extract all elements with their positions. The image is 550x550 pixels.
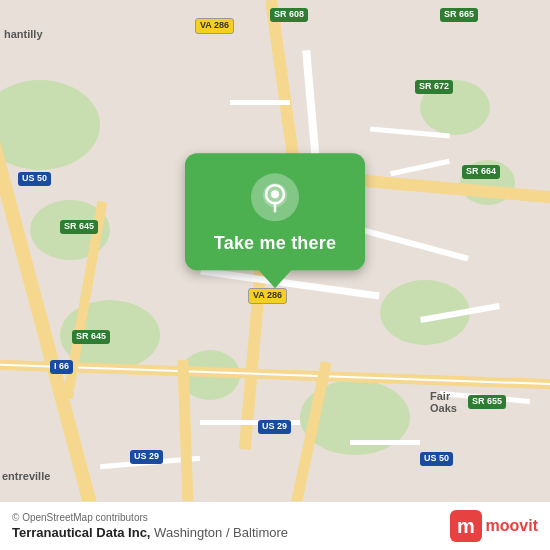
shield-sr665: SR 665 bbox=[440, 8, 478, 22]
svg-text:m: m bbox=[457, 515, 475, 537]
shield-sr672: SR 672 bbox=[415, 80, 453, 94]
location-icon-circle bbox=[251, 173, 299, 221]
region-label: Washington / Baltimore bbox=[154, 525, 288, 540]
shield-sr655: SR 655 bbox=[468, 395, 506, 409]
moovit-icon: m bbox=[450, 510, 482, 542]
location-pin-icon bbox=[261, 181, 289, 213]
shield-sr664: SR 664 bbox=[462, 165, 500, 179]
shield-us50-east: US 50 bbox=[420, 452, 453, 466]
bottom-left-info: © OpenStreetMap contributors Terranautic… bbox=[12, 512, 288, 540]
road-connecting-7 bbox=[350, 440, 420, 445]
map-container: SR 608 SR 665 VA 286 SR 672 SR 664 US 50… bbox=[0, 0, 550, 550]
company-name: Terranautical Data Inc, Washington / Bal… bbox=[12, 525, 288, 540]
road-connecting-8 bbox=[230, 100, 290, 105]
shield-sr645-2: SR 645 bbox=[72, 330, 110, 344]
bottom-bar: © OpenStreetMap contributors Terranautic… bbox=[0, 501, 550, 550]
svg-point-2 bbox=[271, 190, 279, 198]
company-name-text: Terranautical Data Inc, bbox=[12, 525, 150, 540]
shield-us50: US 50 bbox=[18, 172, 51, 186]
take-me-there-button[interactable]: Take me there bbox=[214, 233, 336, 254]
shield-us29-2: US 29 bbox=[130, 450, 163, 464]
popup-card: Take me there bbox=[185, 153, 365, 270]
shield-sr608: SR 608 bbox=[270, 8, 308, 22]
moovit-text: moovit bbox=[486, 517, 538, 535]
shield-va286-top: VA 286 bbox=[195, 18, 234, 34]
shield-i66: I 66 bbox=[50, 360, 73, 374]
moovit-logo: m moovit bbox=[450, 510, 538, 542]
shield-sr645-1: SR 645 bbox=[60, 220, 98, 234]
popup-bubble: Take me there bbox=[185, 153, 365, 270]
shield-us29-1: US 29 bbox=[258, 420, 291, 434]
shield-va286-south: VA 286 bbox=[248, 288, 287, 304]
attribution-text: © OpenStreetMap contributors bbox=[12, 512, 288, 523]
